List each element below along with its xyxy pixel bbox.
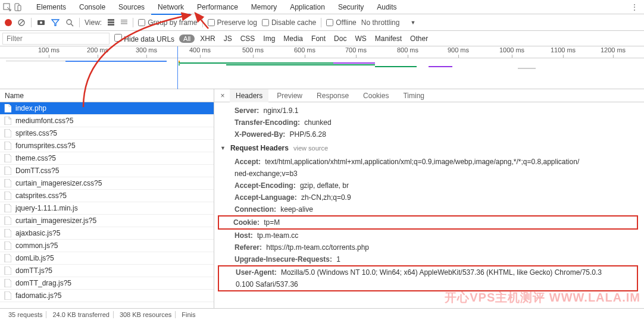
close-icon[interactable]: × [218, 92, 227, 100]
request-headers-section[interactable]: ▼ Request Headers view source [220, 140, 638, 156]
filter-doc[interactable]: Doc [331, 34, 349, 43]
filter-js[interactable]: JS [221, 34, 235, 43]
header-key: Server: [235, 106, 259, 115]
request-row[interactable]: fadomatic.js?5 [0, 290, 214, 302]
request-row[interactable]: catsprites.css?5 [0, 190, 214, 202]
preserve-log-checkbox[interactable]: Preserve log [208, 18, 257, 27]
filter-xhr[interactable]: XHR [197, 34, 218, 43]
tab-timing[interactable]: Timing [397, 89, 430, 102]
file-icon [4, 179, 12, 187]
tab-sources[interactable]: Sources [112, 0, 151, 14]
filter-css[interactable]: CSS [237, 34, 258, 43]
user-agent-highlight: User-Agent: Mozilla/5.0 (Windows NT 10.0… [218, 265, 638, 291]
devtools-tabs: Elements Console Sources Network Perform… [0, 0, 644, 14]
name-column-header[interactable]: Name [0, 89, 214, 102]
request-row[interactable]: sprites.css?5 [0, 127, 214, 140]
filter-icon[interactable] [51, 18, 60, 27]
record-button[interactable] [5, 19, 12, 26]
tab-performance[interactable]: Performance [190, 0, 245, 14]
request-row[interactable]: ajaxbasic.js?5 [0, 227, 214, 240]
divider [31, 18, 32, 27]
filter-manifest[interactable]: Manifest [372, 34, 405, 43]
timeline-overview[interactable]: 100 ms 200 ms 300 ms 400 ms 500 ms 600 m… [0, 46, 644, 89]
file-name: curtain_imageresizer.js?5 [15, 217, 96, 225]
view-large-icon[interactable] [107, 18, 115, 27]
tab-security[interactable]: Security [332, 0, 370, 14]
svg-rect-14 [121, 23, 127, 24]
details-pane: × Headers Preview Response Cookies Timin… [214, 89, 644, 308]
file-name: domTT.js?5 [15, 266, 52, 275]
file-icon [4, 254, 12, 262]
tab-cookies[interactable]: Cookies [357, 89, 395, 102]
divider [79, 18, 80, 27]
filter-ws[interactable]: WS [352, 34, 369, 43]
group-by-frame-checkbox[interactable]: Group by frame [138, 18, 197, 27]
filter-img[interactable]: Img [260, 34, 278, 43]
filter-bar: Hide data URLs All XHR JS CSS Img Media … [0, 31, 644, 46]
request-row[interactable]: DomTT.css?5 [0, 165, 214, 177]
tab-audits[interactable]: Audits [370, 0, 403, 14]
search-icon[interactable] [65, 18, 74, 27]
screenshot-icon[interactable] [36, 18, 46, 27]
request-row[interactable]: domLib.js?5 [0, 252, 214, 265]
hide-data-urls-checkbox[interactable]: Hide data URLs [114, 34, 174, 43]
file-name: ajaxbasic.js?5 [15, 229, 60, 237]
timeline-ruler: 100 ms 200 ms 300 ms 400 ms 500 ms 600 m… [0, 46, 644, 58]
file-name: sprites.css?5 [15, 129, 57, 137]
clear-icon[interactable] [17, 18, 26, 27]
more-icon[interactable]: ⋮ [627, 3, 642, 11]
inspect-icon[interactable] [2, 2, 12, 12]
status-resources: 308 KB resources [116, 311, 176, 318]
filter-font[interactable]: Font [308, 34, 329, 43]
request-row[interactable]: jquery-1.11.1.min.js [0, 202, 214, 215]
details-tabs: × Headers Preview Response Cookies Timin… [214, 89, 644, 102]
throttling-select[interactable]: No throttling [361, 18, 406, 27]
type-filters: All XHR JS CSS Img Media Font Doc WS Man… [179, 34, 431, 43]
expand-icon: ▼ [220, 145, 226, 151]
offline-checkbox[interactable]: Offline [326, 18, 356, 27]
svg-point-7 [67, 20, 71, 24]
request-row[interactable]: theme.css?5 [0, 152, 214, 165]
request-list-pane: Name index.php mediumfont.css?5 sprites.… [0, 89, 214, 308]
filter-input[interactable] [2, 33, 110, 45]
request-row[interactable]: index.php [0, 102, 214, 115]
file-name: domLib.js?5 [15, 254, 54, 262]
tab-elements[interactable]: Elements [30, 0, 73, 14]
tick: 700 ms [345, 46, 367, 54]
request-row[interactable]: curtain_imageresizer.css?5 [0, 177, 214, 190]
filter-all[interactable]: All [179, 34, 195, 43]
request-row[interactable]: common.js?5 [0, 240, 214, 252]
header-key: User-Agent: [236, 268, 277, 277]
file-icon [4, 204, 12, 212]
file-icon [4, 266, 12, 275]
device-icon[interactable] [13, 2, 23, 12]
filter-media[interactable]: Media [280, 34, 306, 43]
svg-point-6 [40, 21, 42, 24]
tab-console[interactable]: Console [73, 0, 112, 14]
tab-application[interactable]: Application [283, 0, 332, 14]
header-value: text/html,application/xhtml+xml,applicat… [265, 158, 579, 166]
svg-rect-12 [121, 20, 127, 21]
request-row[interactable]: mediumfont.css?5 [0, 115, 214, 127]
disable-cache-checkbox[interactable]: Disable cache [262, 18, 316, 27]
divider [133, 18, 133, 27]
tab-headers[interactable]: Headers [230, 89, 268, 102]
tick: 200 ms [87, 46, 108, 54]
svg-rect-13 [121, 21, 127, 23]
view-small-icon[interactable] [120, 18, 128, 27]
request-row[interactable]: forumsprites.css?5 [0, 140, 214, 152]
tab-preview[interactable]: Preview [271, 89, 308, 102]
request-row[interactable]: curtain_imageresizer.js?5 [0, 215, 214, 227]
file-name: catsprites.css?5 [15, 192, 67, 200]
headers-panel[interactable]: Server: nginx/1.9.1 Transfer-Encoding: c… [214, 102, 644, 308]
header-value: ned-exchange;v=b3 [235, 170, 298, 178]
filter-other[interactable]: Other [407, 34, 431, 43]
request-row[interactable]: domTT.js?5 [0, 265, 214, 277]
tab-memory[interactable]: Memory [245, 0, 283, 14]
tab-network[interactable]: Network [151, 0, 190, 14]
request-list[interactable]: index.php mediumfont.css?5 sprites.css?5… [0, 102, 214, 308]
view-source-link[interactable]: view source [293, 145, 328, 152]
tab-response[interactable]: Response [311, 89, 355, 102]
request-row[interactable]: domTT_drag.js?5 [0, 277, 214, 290]
tick: 900 ms [448, 46, 469, 54]
